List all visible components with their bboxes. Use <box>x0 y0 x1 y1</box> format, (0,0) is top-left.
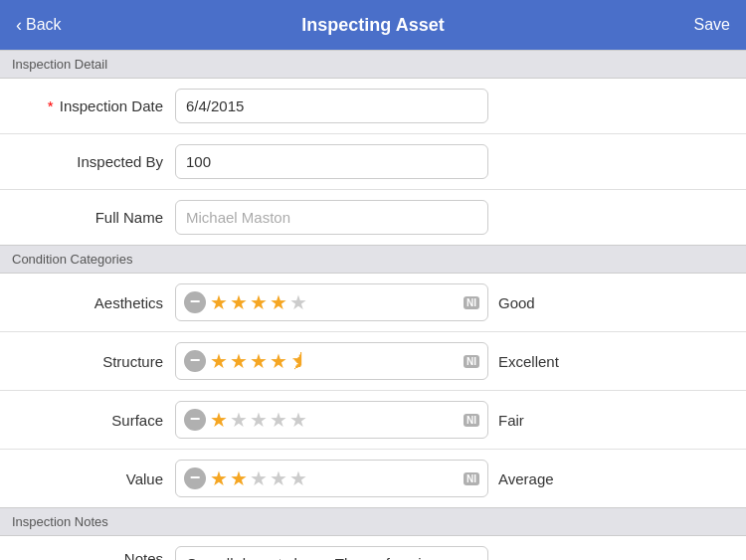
full-name-row: Full Name <box>0 190 746 245</box>
stars-structure: ★★★★⯨ <box>210 349 460 373</box>
rating-minus-structure[interactable]: − <box>184 350 206 372</box>
star-1-structure[interactable]: ★ <box>210 349 228 373</box>
star-5-surface[interactable]: ★ <box>289 408 307 432</box>
star-3-aesthetics[interactable]: ★ <box>250 290 268 314</box>
rating-minus-value[interactable]: − <box>184 467 206 489</box>
star-4-surface[interactable]: ★ <box>270 408 287 432</box>
rating-minus-surface[interactable]: − <box>184 409 206 431</box>
star-3-structure[interactable]: ★ <box>250 349 268 373</box>
inspection-date-row: * Inspection Date <box>0 79 746 134</box>
stars-aesthetics: ★★★★★ <box>210 290 460 314</box>
star-1-surface[interactable]: ★ <box>210 408 228 432</box>
inspected-by-input[interactable] <box>175 144 488 179</box>
star-3-value[interactable]: ★ <box>250 467 268 490</box>
inspection-detail-form: * Inspection Date Inspected By Full Name <box>0 79 746 245</box>
condition-categories-section-header: Condition Categories <box>0 245 746 274</box>
notes-section: Notes <box>0 536 746 560</box>
star-1-value[interactable]: ★ <box>210 467 228 490</box>
ni-badge-surface: NI <box>464 414 479 427</box>
rating-value-value: Average <box>498 470 568 487</box>
rating-control-aesthetics[interactable]: −★★★★★NI <box>175 283 488 321</box>
star-2-value[interactable]: ★ <box>230 467 248 490</box>
rating-control-value[interactable]: −★★★★★NI <box>175 460 488 497</box>
star-2-structure[interactable]: ★ <box>230 349 248 373</box>
inspected-by-label: Inspected By <box>16 153 175 170</box>
stars-value: ★★★★★ <box>210 467 460 490</box>
rating-control-structure[interactable]: −★★★★⯨NI <box>175 342 488 380</box>
notes-input[interactable] <box>175 546 488 560</box>
save-button[interactable]: Save <box>694 16 730 34</box>
star-2-surface[interactable]: ★ <box>230 408 248 432</box>
rating-row-structure: Structure−★★★★⯨NIExcellent <box>0 332 746 391</box>
chevron-left-icon: ‹ <box>16 15 22 36</box>
star-3-surface[interactable]: ★ <box>250 408 268 432</box>
rating-row-surface: Surface−★★★★★NIFair <box>0 391 746 450</box>
section-label-inspection-detail: Inspection Detail <box>12 57 107 72</box>
rating-value-surface: Fair <box>498 412 568 429</box>
inspection-date-label: * Inspection Date <box>16 97 175 114</box>
star-1-aesthetics[interactable]: ★ <box>210 290 228 314</box>
section-label-condition: Condition Categories <box>12 252 132 267</box>
star-5-value[interactable]: ★ <box>289 467 307 490</box>
inspection-detail-section-header: Inspection Detail <box>0 50 746 79</box>
condition-categories-form: Aesthetics−★★★★★NIGoodStructure−★★★★⯨NIE… <box>0 274 746 507</box>
rating-label-aesthetics: Aesthetics <box>16 294 175 311</box>
ni-badge-value: NI <box>464 472 479 485</box>
notes-label: Notes <box>16 546 175 560</box>
rating-label-structure: Structure <box>16 353 175 370</box>
full-name-input[interactable] <box>175 200 488 235</box>
section-label-notes: Inspection Notes <box>12 514 108 529</box>
rating-value-aesthetics: Good <box>498 294 568 311</box>
app-header: ‹ Back Inspecting Asset Save <box>0 0 746 50</box>
rating-row-aesthetics: Aesthetics−★★★★★NIGood <box>0 274 746 332</box>
rating-label-value: Value <box>16 470 175 487</box>
rating-row-value: Value−★★★★★NIAverage <box>0 450 746 507</box>
ni-badge-aesthetics: NI <box>464 296 479 309</box>
page-title: Inspecting Asset <box>301 15 444 36</box>
stars-surface: ★★★★★ <box>210 408 460 432</box>
inspection-notes-section-header: Inspection Notes <box>0 507 746 536</box>
rating-control-surface[interactable]: −★★★★★NI <box>175 401 488 439</box>
star-4-structure[interactable]: ★ <box>270 349 287 373</box>
star-5-structure[interactable]: ⯨ <box>289 350 309 373</box>
back-label: Back <box>26 16 62 34</box>
back-button[interactable]: ‹ Back <box>16 15 62 36</box>
ni-badge-structure: NI <box>464 355 479 368</box>
star-4-value[interactable]: ★ <box>270 467 287 490</box>
rating-value-structure: Excellent <box>498 353 568 370</box>
full-name-label: Full Name <box>16 209 175 226</box>
rating-minus-aesthetics[interactable]: − <box>184 291 206 313</box>
star-4-aesthetics[interactable]: ★ <box>270 290 287 314</box>
star-5-aesthetics[interactable]: ★ <box>289 290 307 314</box>
inspection-date-input[interactable] <box>175 89 488 123</box>
rating-label-surface: Surface <box>16 412 175 429</box>
inspected-by-row: Inspected By <box>0 134 746 190</box>
star-2-aesthetics[interactable]: ★ <box>230 290 248 314</box>
notes-row: Notes <box>0 536 746 560</box>
required-star: * <box>48 97 54 114</box>
